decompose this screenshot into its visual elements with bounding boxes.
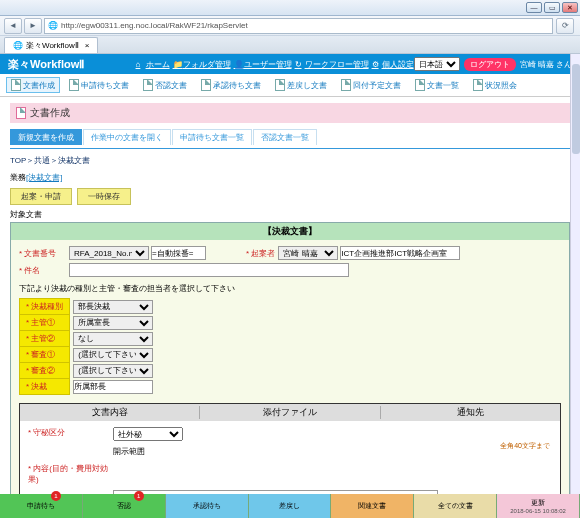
col-attachment[interactable]: 添付ファイル [200, 406, 380, 419]
save-draft-button[interactable]: 一時保存 [77, 188, 131, 205]
back-button[interactable]: ◄ [4, 18, 22, 34]
main-form-box: 【決裁文書】 * 文書番号 RFA_2018_No.n * 起案者 宮崎 晴嘉 … [10, 222, 570, 518]
window-titlebar: — ▭ ✕ [0, 0, 580, 16]
status-denied[interactable]: 否認 1 [83, 494, 166, 518]
menu-user[interactable]: 👤ユーザー管理 [234, 59, 292, 70]
secrecy-select[interactable]: 社外秘 [113, 427, 183, 441]
s1-select[interactable]: (選択して下さい) [73, 348, 153, 362]
status-bar: 申請待ち 1 否認 1 承認待ち 差戻し 関連文書 全ての文書 更新 2018-… [0, 494, 580, 518]
doc-no-label: * 文書番号 [19, 248, 69, 259]
s1-label: * 審査① [20, 347, 70, 363]
secrecy-label: * 守秘区分 [28, 427, 113, 441]
window-close-button[interactable]: ✕ [562, 2, 578, 13]
subnav-create[interactable]: 文書作成 [6, 77, 60, 93]
tab-applied-list[interactable]: 申請待ち文書一覧 [172, 129, 252, 145]
task-link[interactable]: [決裁文書] [26, 173, 62, 182]
apply-button[interactable]: 起案・申請 [10, 188, 72, 205]
forward-button[interactable]: ► [24, 18, 42, 34]
status-all[interactable]: 全ての文書 [414, 494, 497, 518]
subject-label: * 件名 [19, 265, 69, 276]
folder-icon: 📁 [173, 60, 182, 69]
kind-label: * 決裁種別 [20, 299, 70, 315]
subnav-applied[interactable]: 申請待ち文書 [64, 77, 134, 93]
doc-icon [473, 79, 483, 91]
subnav-status[interactable]: 状況照会 [468, 77, 522, 93]
doc-icon [201, 79, 211, 91]
originator-select[interactable]: 宮崎 晴嘉 [278, 246, 338, 260]
subject-input[interactable] [69, 263, 349, 277]
user-icon: 👤 [234, 60, 243, 69]
browser-tab[interactable]: 🌐 楽々WorkflowⅡ × [4, 37, 98, 53]
subnav-approve[interactable]: 否認文書 [138, 77, 192, 93]
tab-approve-list[interactable]: 否認文書一覧 [253, 129, 317, 145]
menu-folder[interactable]: 📁フォルダ管理 [173, 59, 231, 70]
s2-select[interactable]: (選択して下さい) [73, 364, 153, 378]
tab-bar: 🌐 楽々WorkflowⅡ × [0, 36, 580, 54]
dec-label: * 決裁 [20, 379, 70, 395]
m2-label: * 主管② [20, 331, 70, 347]
subnav-pending[interactable]: 承認待ち文書 [196, 77, 266, 93]
gear-icon: ⚙ [372, 60, 381, 69]
language-select[interactable]: 日本語 [414, 57, 460, 71]
main-box-title: 【決裁文書】 [11, 223, 569, 240]
menu-flow[interactable]: ↻ワークフロー管理 [295, 59, 369, 70]
subnav-list[interactable]: 文書一覧 [410, 77, 464, 93]
breadcrumb: TOP＞共通＞決裁文書 [10, 155, 570, 166]
secondary-tabs: 新規文書を作成 作業中の文書を開く 申請待ち文書一覧 否認文書一覧 [10, 129, 570, 145]
page-title-text: 文書作成 [30, 106, 70, 120]
doc-icon [415, 79, 425, 91]
doc-no-auto[interactable] [151, 246, 206, 260]
browser-nav-bar: ◄ ► 🌐 http://egw00311.eng.noc.local/RakW… [0, 16, 580, 36]
window-maximize-button[interactable]: ▭ [544, 2, 560, 13]
task-line: 業務[決裁文書] [10, 172, 570, 183]
m1-select[interactable]: 所属室長 [73, 316, 153, 330]
scroll-thumb[interactable] [572, 64, 580, 154]
vertical-scrollbar[interactable] [570, 54, 580, 494]
scope-hint: 全角40文字まで [500, 441, 550, 451]
doc-icon [143, 79, 153, 91]
subnav-returned[interactable]: 差戻し文書 [270, 77, 332, 93]
task-prefix: 業務 [10, 173, 26, 182]
selection-hint: 下記より決裁の種別と主管・審査の担当者を選択して下さい [19, 283, 561, 294]
tab-new-doc[interactable]: 新規文書を作成 [10, 129, 82, 145]
doc-no-select[interactable]: RFA_2018_No.n [69, 246, 149, 260]
originator-label: * 起案者 [246, 248, 275, 259]
page-body: 文書作成 新規文書を作成 作業中の文書を開く 申請待ち文書一覧 否認文書一覧 T… [0, 97, 580, 518]
status-refresh[interactable]: 更新 2018-06-15 10:08:02 [497, 494, 580, 518]
target-doc-label: 対象文書 [10, 209, 570, 220]
m2-select[interactable]: なし [73, 332, 153, 346]
logout-button[interactable]: ログアウト [464, 58, 516, 71]
col-notify[interactable]: 通知先 [381, 406, 560, 419]
approval-choice-table: * 決裁種別部長決裁 * 主管①所属室長 * 主管②なし * 審査①(選択して下… [19, 298, 157, 395]
col-content[interactable]: 文書内容 [20, 406, 200, 419]
content-label: * 内容(目的・費用対効果) [28, 463, 113, 485]
status-applied[interactable]: 申請待ち 1 [0, 494, 83, 518]
brand-logo: 楽々WorkflowⅡ [8, 57, 84, 72]
document-subnav: 文書作成 申請待ち文書 否認文書 承認待ち文書 差戻し文書 回付予定文書 文書一… [0, 74, 580, 97]
doc-icon [16, 107, 26, 119]
doc-icon [341, 79, 351, 91]
subnav-scheduled[interactable]: 回付予定文書 [336, 77, 406, 93]
doc-icon [275, 79, 285, 91]
app-header: 楽々WorkflowⅡ ⌂ホーム 📁フォルダ管理 👤ユーザー管理 ↻ワークフロー… [0, 54, 580, 74]
badge-applied: 1 [51, 491, 61, 501]
menu-home[interactable]: ⌂ホーム [136, 59, 170, 70]
doc-icon [11, 79, 21, 91]
badge-denied: 1 [134, 491, 144, 501]
action-buttons: 起案・申請 一時保存 [10, 188, 570, 205]
url-field[interactable]: 🌐 http://egw00311.eng.noc.local/RakWF21/… [44, 18, 553, 34]
current-user-label: 宮崎 晴嘉 さん [520, 59, 572, 70]
kind-select[interactable]: 部長決裁 [73, 300, 153, 314]
refresh-button[interactable]: ⟳ [556, 18, 574, 34]
menu-personal[interactable]: ⚙個人設定 [372, 59, 414, 70]
status-related[interactable]: 関連文書 [331, 494, 414, 518]
status-returned[interactable]: 差戻し [249, 494, 332, 518]
status-pending[interactable]: 承認待ち [166, 494, 249, 518]
tab-working[interactable]: 作業中の文書を開く [83, 129, 171, 145]
window-minimize-button[interactable]: — [526, 2, 542, 13]
originator-dept[interactable] [340, 246, 460, 260]
url-text: http://egw00311.eng.noc.local/RakWF21/rk… [61, 21, 248, 30]
dec-field[interactable] [73, 380, 153, 394]
page-title-bar: 文書作成 [10, 103, 570, 123]
tab-title: 楽々WorkflowⅡ [26, 40, 79, 51]
